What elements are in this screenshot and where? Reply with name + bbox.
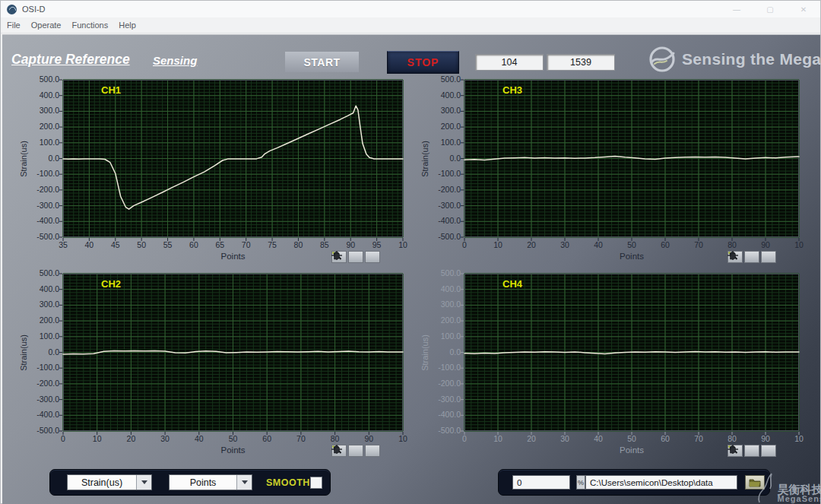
x-axis-tick-label: 90 [346, 240, 355, 249]
pan-tool-button[interactable] [761, 445, 776, 457]
pan-tool-button[interactable] [761, 251, 776, 263]
y-axis-tick-label: -400.0 [423, 410, 461, 419]
minimize-button[interactable]: — [720, 1, 753, 17]
x-axis-label: Points [620, 445, 644, 455]
x-axis-tick-label: 10 [398, 240, 407, 249]
path-type-icon: % [576, 475, 585, 490]
smooth-checkbox[interactable] [310, 477, 322, 489]
channel-label-ch1: CH1 [101, 84, 121, 96]
x-axis-tick-label: 70 [694, 240, 703, 249]
x-axis-tick-label: 10 [794, 434, 804, 443]
x-unit-value: Points [170, 475, 236, 490]
y-axis-tick-label: 200.0 [21, 315, 59, 325]
y-axis-tick-label: -200.0 [21, 379, 59, 388]
y-axis-tick-label: -200.0 [423, 185, 461, 194]
y-axis-label: Strain(us) [420, 141, 430, 177]
smooth-label: SMOOTH [266, 477, 310, 488]
y-axis-tick-label: -500.0 [423, 426, 461, 435]
x-axis-tick-label: 90 [761, 434, 770, 443]
file-index-input[interactable]: 0 [512, 475, 570, 490]
x-axis-tick-label: 0 [462, 434, 467, 443]
chart-ch2[interactable]: CH2500.0400.0300.0200.0100.00.0-100.0-20… [63, 274, 403, 431]
x-axis-tick-label: 35 [59, 240, 68, 249]
y-axis-tick-label: 300.0 [21, 106, 59, 115]
y-unit-value: Strain(us) [68, 475, 136, 490]
plot-area [63, 274, 403, 431]
graph-palette [331, 251, 380, 263]
x-axis-tick-label: 70 [296, 434, 306, 443]
app-logo-icon [7, 5, 17, 14]
file-output-bar: 0 % C:\Users\semicon\Desktop\data [498, 469, 770, 496]
x-axis-tick-label: 20 [527, 434, 536, 443]
watermark-en-text: MegaSens [778, 495, 820, 504]
brand-text: Sensing the Mega [682, 50, 820, 68]
pan-tool-button[interactable] [365, 251, 380, 263]
maximize-button[interactable]: ▢ [753, 1, 787, 17]
channel-label-ch2: CH2 [101, 278, 121, 290]
chart-ch1[interactable]: CH1500.0400.0300.0200.0100.00.0-100.0-20… [63, 80, 403, 237]
capture-reference-link[interactable]: Capture Reference [11, 52, 130, 68]
chart-ch4[interactable]: CH4500.0400.0300.0200.0100.00.0-100.0-20… [464, 274, 799, 431]
x-axis-tick-label: 40 [594, 240, 603, 249]
browse-folder-button[interactable] [745, 475, 765, 490]
x-axis-tick-label: 0 [61, 434, 65, 443]
y-axis-tick-label: 400.0 [21, 284, 59, 293]
zoom-tool-button[interactable] [744, 251, 759, 263]
y-axis-tick-label: 200.0 [21, 122, 59, 131]
channel-label-ch4: CH4 [502, 278, 522, 290]
x-axis-tick-label: 75 [268, 240, 277, 249]
menu-file[interactable]: File [7, 21, 21, 30]
x-axis-label: Points [620, 252, 644, 261]
brand-logo: Sensing the Mega [648, 46, 820, 73]
menu-functions[interactable]: Functions [71, 21, 108, 30]
x-axis-label: Points [221, 252, 246, 261]
brand-swirl-icon [648, 46, 676, 73]
y-axis-tick-label: -300.0 [21, 201, 59, 210]
y-axis-tick-label: 500.0 [423, 268, 461, 277]
x-unit-dropdown[interactable]: Points [169, 474, 252, 490]
points-counter-display: 104 [475, 54, 544, 71]
x-axis-tick-label: 70 [242, 240, 251, 249]
x-axis-tick-label: 20 [527, 240, 536, 249]
x-axis-tick-label: 70 [694, 434, 703, 443]
x-axis-tick-label: 85 [320, 240, 329, 249]
zoom-tool-button[interactable] [348, 251, 363, 263]
x-axis-tick-label: 50 [627, 434, 636, 443]
chart-ch3[interactable]: CH3500.0400.0300.0200.0100.00.0-100.0-20… [464, 80, 799, 237]
x-axis-tick-label: 10 [794, 240, 804, 249]
zoom-tool-button[interactable] [348, 445, 363, 457]
x-axis-tick-label: 90 [364, 434, 373, 443]
x-axis-tick-label: 60 [262, 434, 271, 443]
chevron-down-icon[interactable] [136, 475, 151, 490]
pan-tool-button[interactable] [365, 445, 380, 457]
y-axis-tick-label: -500.0 [423, 232, 461, 241]
stop-button[interactable]: STOP [387, 51, 459, 74]
graph-palette [727, 251, 776, 263]
watermark-cn-text: 昊衡科技 [778, 483, 820, 496]
y-unit-dropdown[interactable]: Strain(us) [67, 474, 152, 490]
sensing-link[interactable]: Sensing [153, 54, 197, 67]
zoom-tool-button[interactable] [744, 445, 759, 457]
y-axis-tick-label: 400.0 [423, 284, 461, 293]
data-path-input[interactable]: C:\Users\semicon\Desktop\data [585, 475, 737, 490]
close-button[interactable]: ✕ [787, 1, 820, 17]
menu-help[interactable]: Help [119, 21, 136, 30]
menu-operate[interactable]: Operate [31, 21, 62, 30]
x-axis-tick-label: 10 [493, 240, 502, 249]
y-axis-tick-label: 500.0 [21, 74, 59, 84]
window-title: OSI-D [22, 5, 46, 14]
chevron-down-icon[interactable] [236, 475, 252, 490]
x-axis-tick-label: 50 [137, 240, 146, 249]
title-bar: OSI-D — ▢ ✕ [1, 1, 820, 17]
channel-label-ch3: CH3 [502, 84, 522, 96]
x-axis-tick-label: 65 [215, 240, 224, 249]
y-axis-tick-label: -400.0 [423, 216, 461, 225]
total-counter-display: 1539 [547, 54, 615, 71]
window-controls: — ▢ ✕ [720, 1, 820, 17]
x-axis-tick-label: 30 [160, 434, 170, 443]
x-axis-tick-label: 10 [493, 434, 502, 443]
y-axis-label: Strain(us) [19, 334, 28, 371]
x-axis-tick-label: 80 [294, 240, 303, 249]
menu-bar: File Operate Functions Help [1, 17, 820, 33]
start-button[interactable]: START [285, 52, 359, 72]
